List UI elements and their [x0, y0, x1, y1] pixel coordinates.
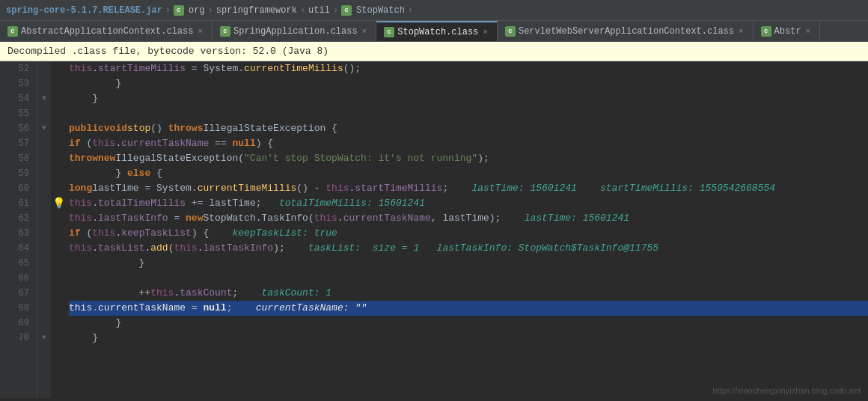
code-line: this.currentTaskName = null; currentTask… — [69, 301, 868, 316]
tab-label-1: AbstractApplicationContext.class — [21, 26, 193, 37]
tab-bar: c AbstractApplicationContext.class × c S… — [0, 21, 868, 42]
code-line: this.totalTimeMillis += lastTime; totalT… — [69, 196, 868, 211]
tab-abstr[interactable]: c Abstr × — [754, 21, 821, 41]
line-number: 62 — [0, 211, 32, 226]
info-banner: Decompiled .class file, bytecode version… — [0, 42, 868, 61]
editor-area: 52535455565758596061626364656667686970 ▼… — [0, 61, 868, 398]
line-number: 66 — [0, 271, 32, 286]
code-line: } — [69, 76, 868, 91]
tab-icon-1: c — [7, 26, 18, 37]
line-number: 63 — [0, 226, 32, 241]
tab-label-2: SpringApplication.class — [233, 26, 358, 37]
code-line: public void stop() throws IllegalStateEx… — [69, 121, 868, 136]
tab-springapplication[interactable]: c SpringApplication.class × — [213, 21, 376, 41]
line-number: 69 — [0, 316, 32, 331]
tab-stopwatch[interactable]: c StopWatch.class × — [376, 21, 498, 41]
line-number: 54 — [0, 91, 32, 106]
bc-util[interactable]: util — [308, 5, 330, 16]
line-number: 56 — [0, 121, 32, 136]
line-number: 70 — [0, 331, 32, 346]
code-line: ++this.taskCount; taskCount: 1 — [69, 286, 868, 301]
tab-close-4[interactable]: × — [737, 27, 745, 36]
line-number: 65 — [0, 256, 32, 271]
line-number-gutter: 52535455565758596061626364656667686970 — [0, 61, 37, 398]
code-line: this.lastTaskInfo = new StopWatch.TaskIn… — [69, 211, 868, 226]
code-content[interactable]: this.startTimeMillis = System.currentTim… — [66, 61, 868, 398]
watermark: https://xiaochengxinyizhan.blog.csdn.net — [712, 386, 861, 395]
tab-icon-3: c — [384, 27, 394, 37]
line-number: 61 — [0, 196, 32, 211]
code-line: } else { — [69, 166, 868, 181]
sep1: › — [165, 5, 171, 16]
tab-icon-2: c — [220, 26, 230, 37]
code-line: this.startTimeMillis = System.currentTim… — [69, 61, 868, 76]
class-c-icon: c — [341, 5, 352, 16]
sep3: › — [300, 5, 305, 16]
fold-gutter: ▼ ▼ ▼ — [37, 61, 51, 398]
tab-servletwebserver[interactable]: c ServletWebServerApplicationContext.cla… — [498, 21, 754, 41]
hint-icon[interactable]: 💡 — [52, 196, 65, 211]
line-number: 55 — [0, 106, 32, 121]
sep5: › — [408, 5, 413, 16]
code-line: this.taskList.add(this.lastTaskInfo); ta… — [69, 241, 868, 256]
tab-close-3[interactable]: × — [481, 28, 489, 37]
sep4: › — [333, 5, 338, 16]
sep2: › — [208, 5, 213, 16]
org-icon: c — [174, 5, 184, 16]
breadcrumb-bar: spring-core-5.1.7.RELEASE.jar › c org › … — [0, 0, 868, 21]
tab-label-4: ServletWebServerApplicationContext.class — [519, 26, 734, 37]
line-number: 64 — [0, 241, 32, 256]
line-number: 58 — [0, 151, 32, 166]
code-line — [69, 271, 868, 286]
bc-stopwatch[interactable]: StopWatch — [356, 5, 405, 16]
code-line: } — [69, 256, 868, 271]
code-line: } — [69, 331, 868, 346]
line-number: 57 — [0, 136, 32, 151]
tab-label-5: Abstr — [774, 26, 801, 37]
line-number: 53 — [0, 76, 32, 91]
code-line: } — [69, 316, 868, 331]
tab-abstractapplicationcontext[interactable]: c AbstractApplicationContext.class × — [0, 21, 213, 41]
code-line: throw new IllegalStateException("Can't s… — [69, 151, 868, 166]
info-text: Decompiled .class file, bytecode version… — [7, 46, 328, 57]
code-line: if (this.keepTaskList) { keepTaskList: t… — [69, 226, 868, 241]
line-number: 52 — [0, 61, 32, 76]
code-line: long lastTime = System.currentTimeMillis… — [69, 181, 868, 196]
code-line: } — [69, 91, 868, 106]
bc-springframework[interactable]: springframework — [216, 5, 297, 16]
hint-gutter: 💡 — [51, 61, 66, 398]
jar-name[interactable]: spring-core-5.1.7.RELEASE.jar — [6, 5, 162, 16]
code-line — [69, 106, 868, 121]
tab-close-1[interactable]: × — [196, 27, 204, 36]
code-line: if (this.currentTaskName == null) { — [69, 136, 868, 151]
fold-marker[interactable]: ▼ — [42, 91, 46, 106]
tab-icon-5: c — [761, 26, 771, 37]
line-number: 68 — [0, 301, 32, 316]
fold-marker[interactable]: ▼ — [42, 331, 46, 346]
line-number: 67 — [0, 286, 32, 301]
bc-org[interactable]: org — [189, 5, 205, 16]
fold-marker[interactable]: ▼ — [42, 121, 46, 136]
tab-icon-4: c — [505, 26, 516, 37]
line-number: 60 — [0, 181, 32, 196]
line-number: 59 — [0, 166, 32, 181]
tab-label-3: StopWatch.class — [397, 27, 478, 37]
tab-close-5[interactable]: × — [804, 27, 813, 36]
tab-close-2[interactable]: × — [361, 27, 369, 36]
